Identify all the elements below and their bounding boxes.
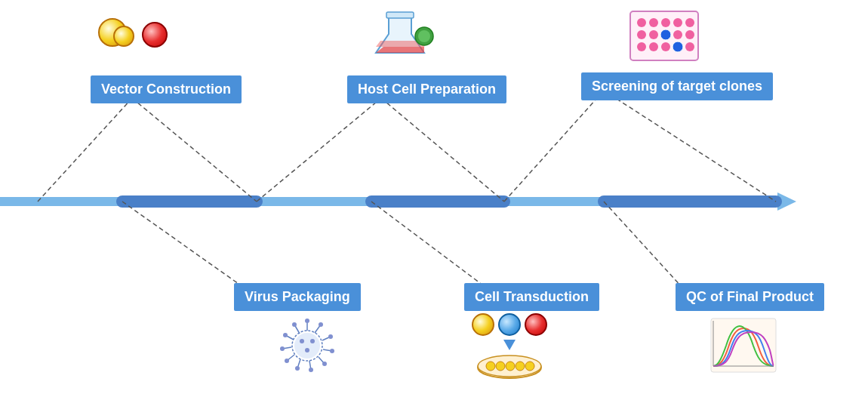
svg-point-20: [649, 18, 658, 27]
svg-point-28: [685, 30, 694, 39]
svg-point-35: [673, 42, 683, 52]
host-cell-icon: [370, 8, 438, 63]
svg-rect-15: [386, 12, 414, 18]
label-cell-transduction: Cell Transduction: [464, 283, 599, 311]
label-vector-construction: Vector Construction: [91, 75, 242, 103]
svg-point-51: [322, 362, 327, 366]
svg-point-34: [660, 29, 671, 40]
svg-point-59: [294, 333, 320, 359]
svg-point-65: [486, 362, 495, 371]
svg-point-60: [300, 339, 304, 343]
svg-point-62: [305, 348, 309, 352]
svg-point-53: [295, 366, 300, 371]
svg-line-5: [38, 98, 132, 202]
svg-point-49: [328, 334, 333, 339]
vector-construction-icon: [98, 15, 168, 51]
svg-point-23: [685, 18, 694, 27]
label-host-cell-preparation: Host Cell Preparation: [347, 75, 506, 103]
svg-line-8: [381, 98, 504, 202]
svg-point-56: [283, 333, 288, 337]
svg-point-54: [285, 359, 289, 363]
svg-line-9: [504, 91, 604, 202]
svg-line-7: [257, 98, 381, 202]
svg-point-24: [637, 30, 646, 39]
svg-point-67: [506, 362, 515, 371]
svg-point-66: [496, 362, 505, 371]
screening-icon: [626, 8, 702, 67]
svg-point-69: [525, 362, 534, 371]
qc-final-product-icon: [709, 317, 777, 377]
virus-packaging-icon: [279, 317, 336, 377]
svg-point-17: [418, 30, 430, 42]
svg-point-61: [310, 339, 315, 343]
svg-point-52: [309, 368, 313, 372]
svg-line-6: [132, 98, 257, 202]
label-screening-target-clones: Screening of target clones: [581, 72, 773, 100]
svg-point-57: [292, 322, 297, 327]
cell-transduction-icon: [472, 313, 547, 379]
svg-point-33: [685, 42, 694, 51]
svg-point-47: [305, 319, 309, 323]
svg-point-27: [673, 30, 682, 39]
svg-point-30: [649, 42, 658, 51]
svg-point-68: [516, 362, 525, 371]
svg-point-22: [673, 18, 682, 27]
workflow-diagram: Vector Construction Host Cell Preparatio…: [0, 0, 868, 394]
svg-point-48: [319, 322, 323, 327]
label-virus-packaging: Virus Packaging: [234, 283, 361, 311]
svg-point-50: [330, 349, 334, 353]
svg-point-29: [637, 42, 646, 51]
svg-point-21: [661, 18, 670, 27]
svg-point-55: [280, 346, 285, 351]
svg-marker-1: [777, 192, 796, 211]
svg-point-31: [661, 42, 670, 51]
svg-point-19: [637, 18, 646, 27]
label-qc-final-product: QC of Final Product: [676, 283, 824, 311]
svg-point-25: [649, 30, 658, 39]
svg-line-10: [604, 91, 776, 202]
